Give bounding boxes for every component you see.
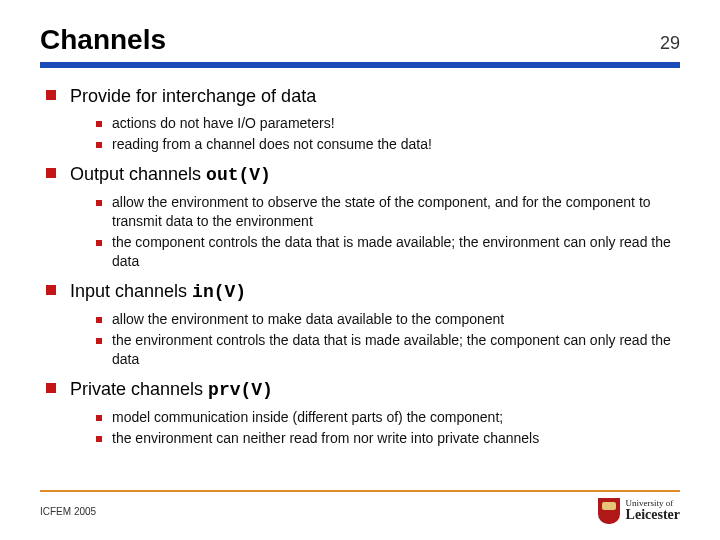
bullet-icon: [46, 90, 56, 100]
section-heading: Output channels out(V): [40, 162, 680, 187]
point-text: the component controls the data that is …: [112, 233, 680, 271]
bullet-icon: [96, 121, 102, 127]
slide-content: Provide for interchange of data actions …: [40, 84, 680, 448]
slide-footer: ICFEM 2005 University of Leicester: [40, 490, 680, 524]
crest-icon: [598, 498, 620, 524]
heading-text: Provide for interchange of data: [70, 86, 316, 106]
slide: Channels 29 Provide for interchange of d…: [0, 0, 720, 540]
bullet-icon: [96, 415, 102, 421]
point-text: allow the environment to make data avail…: [112, 310, 504, 329]
point-text: reading from a channel does not consume …: [112, 135, 432, 154]
bullet-icon: [96, 200, 102, 206]
title-rule: [40, 62, 680, 68]
list-item: the component controls the data that is …: [40, 233, 680, 271]
bullet-icon: [96, 240, 102, 246]
heading-code: out(V): [206, 165, 271, 185]
bullet-icon: [46, 383, 56, 393]
heading-text: Input channels: [70, 281, 192, 301]
section-heading: Provide for interchange of data: [40, 84, 680, 108]
slide-header: Channels 29: [40, 24, 680, 56]
bullet-icon: [96, 142, 102, 148]
list-item: actions do not have I/O parameters!: [40, 114, 680, 133]
heading-code: prv(V): [208, 380, 273, 400]
list-item: allow the environment to make data avail…: [40, 310, 680, 329]
point-text: the environment can neither read from no…: [112, 429, 539, 448]
footer-rule: [40, 490, 680, 492]
bullet-icon: [46, 285, 56, 295]
list-item: reading from a channel does not consume …: [40, 135, 680, 154]
page-number: 29: [660, 33, 680, 54]
affiliation-logo: University of Leicester: [598, 498, 680, 524]
bullet-icon: [96, 436, 102, 442]
page-title: Channels: [40, 24, 166, 56]
conference-label: ICFEM 2005: [40, 506, 96, 517]
point-text: actions do not have I/O parameters!: [112, 114, 335, 133]
list-item: the environment can neither read from no…: [40, 429, 680, 448]
list-item: allow the environment to observe the sta…: [40, 193, 680, 231]
point-text: allow the environment to observe the sta…: [112, 193, 680, 231]
bullet-icon: [96, 338, 102, 344]
heading-text: Output channels: [70, 164, 206, 184]
bullet-icon: [46, 168, 56, 178]
point-text: model communication inside (different pa…: [112, 408, 503, 427]
bullet-icon: [96, 317, 102, 323]
point-text: the environment controls the data that i…: [112, 331, 680, 369]
list-item: model communication inside (different pa…: [40, 408, 680, 427]
section-heading: Input channels in(V): [40, 279, 680, 304]
section-heading: Private channels prv(V): [40, 377, 680, 402]
heading-text: Private channels: [70, 379, 208, 399]
affiliation-bottom: Leicester: [626, 508, 680, 523]
heading-code: in(V): [192, 282, 246, 302]
list-item: the environment controls the data that i…: [40, 331, 680, 369]
